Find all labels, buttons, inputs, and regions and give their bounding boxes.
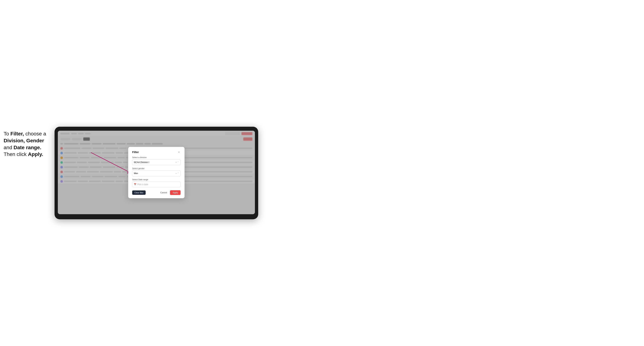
- calendar-icon: 📅: [134, 183, 136, 185]
- tablet-screen: Filter × Select a division NCAA Division…: [58, 131, 255, 214]
- date-range-bold: Date range.: [14, 145, 42, 150]
- division-select[interactable]: NCAA Division I × ⌃: [132, 159, 180, 165]
- division-clear-icon[interactable]: ×: [176, 161, 177, 163]
- dialog-footer-right: Cancel Apply: [159, 190, 180, 195]
- modal-overlay: Filter × Select a division NCAA Division…: [58, 131, 255, 214]
- gender-label: Select gender: [132, 167, 180, 170]
- gender-select[interactable]: Men × ⌃: [132, 171, 180, 176]
- division-label: Select a division: [132, 156, 180, 159]
- gender-form-group: Select gender Men × ⌃: [132, 167, 180, 176]
- apply-bold: Apply.: [28, 151, 43, 157]
- date-placeholder: Pick a date: [138, 183, 148, 186]
- date-form-group: Select Date range 📅 Pick a date: [132, 178, 180, 187]
- division-form-group: Select a division NCAA Division I × ⌃: [132, 156, 180, 165]
- gender-arrow-icon: ⌃: [178, 172, 179, 174]
- page-wrapper: To Filter, choose a Division, Gender and…: [4, 127, 258, 219]
- dialog-close-button[interactable]: ×: [177, 151, 180, 154]
- dialog-footer: Clear filter Cancel Apply: [132, 190, 180, 195]
- date-input[interactable]: 📅 Pick a date: [132, 181, 180, 187]
- division-gender-bold: Division, Gender: [4, 138, 44, 143]
- dialog-header: Filter ×: [132, 151, 180, 154]
- cancel-button[interactable]: Cancel: [159, 190, 168, 195]
- apply-button[interactable]: Apply: [170, 190, 180, 195]
- dialog-title: Filter: [132, 151, 139, 154]
- filter-dialog: Filter × Select a division NCAA Division…: [128, 147, 184, 198]
- gender-clear-icon[interactable]: ×: [176, 172, 177, 174]
- tablet-frame: Filter × Select a division NCAA Division…: [54, 127, 258, 219]
- instruction-text: To Filter, choose a Division, Gender and…: [4, 127, 54, 158]
- clear-filter-button[interactable]: Clear filter: [132, 190, 146, 195]
- gender-value: Men: [134, 172, 176, 175]
- division-arrow-icon: ⌃: [178, 161, 179, 163]
- date-label: Select Date range: [132, 178, 180, 181]
- filter-bold: Filter,: [10, 131, 24, 137]
- division-value: NCAA Division I: [134, 161, 176, 164]
